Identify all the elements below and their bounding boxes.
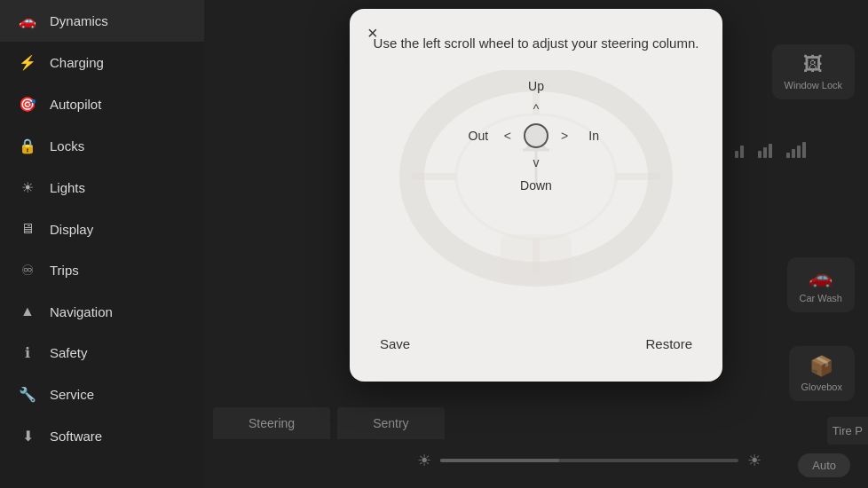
main-content: 🖼 Window Lock 🚗 Car Wash 📦 bbox=[204, 0, 868, 488]
navigation-icon: ▲ bbox=[18, 303, 37, 319]
sidebar-item-label: Autopilot bbox=[50, 97, 101, 112]
steering-column-modal: × Use the left scroll wheel to adjust yo… bbox=[350, 9, 722, 382]
sidebar-item-trips[interactable]: ♾ Trips bbox=[0, 249, 204, 291]
down-label: Down bbox=[520, 178, 552, 193]
sidebar-item-service[interactable]: 🔧 Service bbox=[0, 374, 204, 415]
sidebar-item-label: Charging bbox=[50, 55, 104, 70]
sidebar-item-navigation[interactable]: ▲ Navigation bbox=[0, 291, 204, 332]
left-arrow[interactable]: < bbox=[501, 125, 515, 146]
sidebar-item-label: Software bbox=[50, 429, 102, 444]
svg-rect-6 bbox=[501, 234, 572, 283]
middle-dir-row: Out < > In bbox=[465, 123, 607, 148]
modal-overlay: × Use the left scroll wheel to adjust yo… bbox=[204, 0, 868, 488]
modal-title: Use the left scroll wheel to adjust your… bbox=[371, 30, 701, 52]
sidebar-item-label: Locks bbox=[50, 138, 84, 153]
modal-actions: Save Restore bbox=[371, 336, 701, 351]
sidebar-item-dynamics[interactable]: 🚗 Dynamics bbox=[0, 0, 204, 42]
trips-icon: ♾ bbox=[18, 262, 37, 279]
lock-icon: 🔒 bbox=[18, 138, 37, 154]
sidebar-item-label: Dynamics bbox=[50, 13, 108, 28]
sidebar-item-software[interactable]: ⬇ Software bbox=[0, 415, 204, 457]
charging-icon: ⚡ bbox=[18, 54, 37, 71]
down-arrow[interactable]: v bbox=[530, 152, 543, 173]
steering-area: Up ^ Out < > In v Down bbox=[371, 70, 701, 319]
sidebar-item-label: Navigation bbox=[50, 304, 113, 319]
software-icon: ⬇ bbox=[18, 428, 37, 445]
right-arrow[interactable]: > bbox=[557, 125, 572, 146]
direction-controls: Up ^ Out < > In v Down bbox=[465, 79, 607, 193]
center-circle bbox=[524, 123, 548, 148]
sidebar-item-locks[interactable]: 🔒 Locks bbox=[0, 125, 204, 167]
safety-icon: ℹ bbox=[18, 344, 37, 361]
sidebar-item-charging[interactable]: ⚡ Charging bbox=[0, 42, 204, 83]
sidebar-item-safety[interactable]: ℹ Safety bbox=[0, 332, 204, 374]
in-label: In bbox=[580, 129, 607, 143]
sidebar: 🚗 Dynamics ⚡ Charging 🎯 Autopilot 🔒 Lock… bbox=[0, 0, 204, 488]
autopilot-icon: 🎯 bbox=[18, 96, 37, 113]
lights-icon: ☀ bbox=[18, 179, 37, 196]
sidebar-item-label: Service bbox=[50, 387, 94, 402]
sidebar-item-label: Display bbox=[50, 222, 93, 237]
sidebar-item-autopilot[interactable]: 🎯 Autopilot bbox=[0, 83, 204, 125]
save-button[interactable]: Save bbox=[380, 336, 410, 351]
out-label: Out bbox=[465, 129, 492, 143]
dynamics-icon: 🚗 bbox=[18, 12, 37, 29]
sidebar-item-display[interactable]: 🖥 Display bbox=[0, 209, 204, 249]
display-icon: 🖥 bbox=[18, 221, 37, 237]
restore-button[interactable]: Restore bbox=[645, 336, 692, 351]
modal-close-button[interactable]: × bbox=[367, 23, 378, 43]
up-label: Up bbox=[528, 79, 544, 93]
sidebar-item-label: Safety bbox=[50, 345, 88, 360]
up-arrow[interactable]: ^ bbox=[530, 98, 543, 120]
service-icon: 🔧 bbox=[18, 386, 37, 403]
sidebar-item-lights[interactable]: ☀ Lights bbox=[0, 167, 204, 209]
sidebar-item-label: Lights bbox=[50, 180, 85, 195]
sidebar-item-label: Trips bbox=[50, 263, 79, 278]
